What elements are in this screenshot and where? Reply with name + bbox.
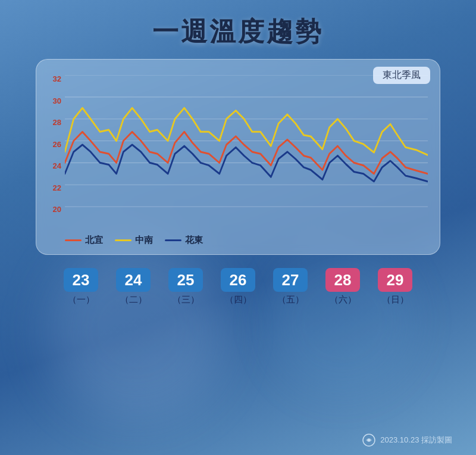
legend-huadong: 花東	[165, 235, 203, 246]
date-number: 26	[221, 268, 255, 292]
y-label-20: 20	[53, 205, 61, 213]
legend-zhongnan-line	[115, 239, 131, 241]
date-item: 27（五）	[264, 268, 317, 306]
y-axis: 32 30 28 26 24 22 20	[48, 75, 65, 230]
legend-zhongnan: 中南	[115, 235, 153, 246]
date-number: 23	[64, 268, 98, 292]
date-day-label: （三）	[173, 294, 199, 306]
dates-row: 23（一）24（二）25（三）26（四）27（五）28（六）29（日）	[36, 268, 440, 306]
date-day-label: （二）	[120, 294, 147, 306]
date-item: 25（三）	[159, 268, 212, 306]
legend-huadong-label: 花東	[185, 235, 203, 246]
chart-area: 32 30 28 26 24 22 20	[48, 75, 428, 230]
legend: 北宜 中南 花東	[48, 235, 428, 246]
legend-huadong-line	[165, 239, 181, 241]
y-label-30: 30	[53, 97, 61, 105]
date-item: 26（四）	[212, 268, 264, 306]
chart-svg	[65, 75, 428, 230]
legend-beiyi: 北宜	[65, 235, 103, 246]
date-number: 25	[168, 268, 203, 292]
main-container: 一週溫度趨勢 東北季風 32 30 28 26 24 22 20	[0, 0, 476, 455]
date-day-label: （四）	[225, 294, 252, 306]
legend-beiyi-line	[65, 239, 82, 241]
date-day-label: （六）	[330, 294, 356, 306]
y-label-24: 24	[53, 162, 61, 170]
y-label-26: 26	[53, 141, 61, 148]
legend-zhongnan-label: 中南	[135, 235, 153, 246]
date-number: 28	[325, 268, 360, 292]
date-item: 28（六）	[317, 268, 369, 306]
chart-card: 東北季風 32 30 28 26 24 22 20	[36, 59, 440, 255]
y-label-28: 28	[53, 119, 61, 126]
date-item: 24（二）	[107, 268, 159, 306]
y-label-22: 22	[53, 184, 61, 192]
date-day-label: （五）	[277, 294, 304, 306]
date-day-label: （日）	[382, 294, 409, 306]
legend-beiyi-label: 北宜	[85, 235, 103, 246]
date-number: 29	[378, 268, 412, 292]
date-number: 24	[116, 268, 151, 292]
date-item: 23（一）	[55, 268, 107, 306]
date-item: 29（日）	[369, 268, 421, 306]
page-title: 一週溫度趨勢	[152, 14, 324, 49]
date-day-label: （一）	[68, 294, 95, 306]
date-number: 27	[273, 268, 308, 292]
y-label-32: 32	[53, 75, 61, 83]
